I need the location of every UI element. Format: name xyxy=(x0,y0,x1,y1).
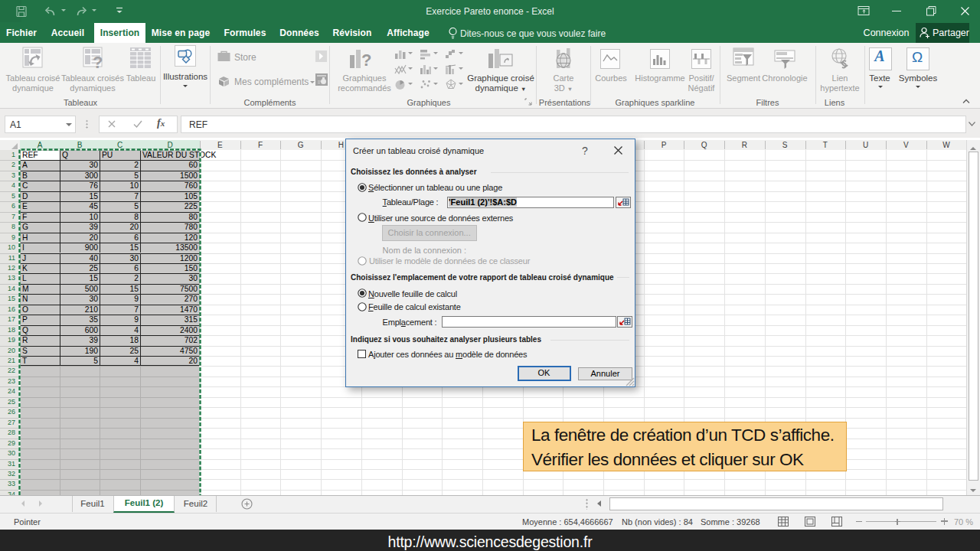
svg-text:?: ? xyxy=(361,51,371,70)
svg-text:?: ? xyxy=(93,53,103,70)
